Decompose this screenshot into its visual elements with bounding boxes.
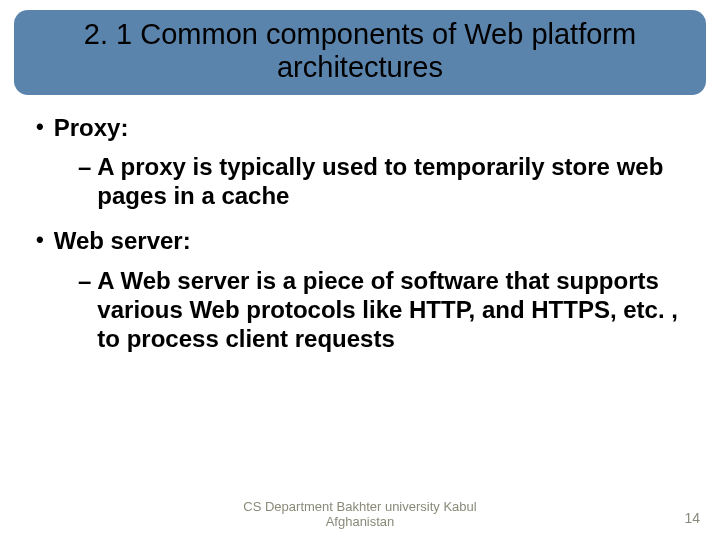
slide-title-box: 2. 1 Common components of Web platform a… bbox=[14, 10, 706, 95]
footer-line1: CS Department Bakhter university Kabul bbox=[243, 499, 476, 514]
page-number: 14 bbox=[684, 510, 700, 526]
dash-marker: – bbox=[78, 266, 97, 354]
bullet-marker: • bbox=[34, 113, 54, 142]
slide-title: 2. 1 Common components of Web platform a… bbox=[32, 18, 688, 85]
dash-marker: – bbox=[78, 152, 97, 211]
slide-content: • Proxy: – A proxy is typically used to … bbox=[0, 95, 720, 354]
bullet-item: • Web server: bbox=[34, 226, 686, 255]
sub-bullet-item: – A Web server is a piece of software th… bbox=[34, 266, 686, 354]
bullet-item: • Proxy: bbox=[34, 113, 686, 142]
footer-line2: Afghanistan bbox=[326, 514, 395, 529]
bullet-label: Proxy: bbox=[54, 113, 129, 142]
sub-bullet-text: A proxy is typically used to temporarily… bbox=[97, 152, 686, 211]
slide-footer: CS Department Bakhter university Kabul A… bbox=[0, 500, 720, 530]
bullet-marker: • bbox=[34, 226, 54, 255]
sub-bullet-text: A Web server is a piece of software that… bbox=[97, 266, 686, 354]
footer-text: CS Department Bakhter university Kabul A… bbox=[190, 500, 530, 530]
bullet-label: Web server: bbox=[54, 226, 191, 255]
sub-bullet-item: – A proxy is typically used to temporari… bbox=[34, 152, 686, 211]
